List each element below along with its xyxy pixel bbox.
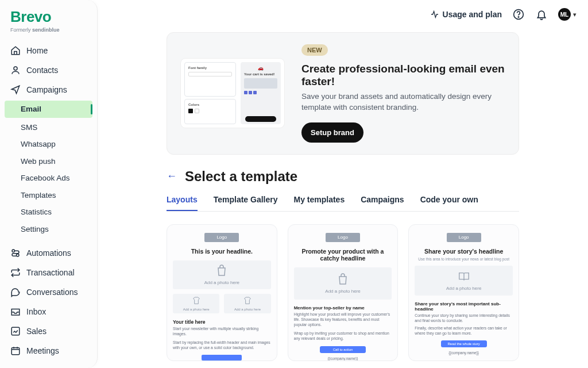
template-tabs: Layouts Template Gallery My templates Ca… xyxy=(167,195,519,212)
inbox-icon xyxy=(10,306,21,317)
sidebar-item-label: Conversations xyxy=(26,288,78,297)
page-title: Select a template xyxy=(185,168,297,185)
tab-my-templates[interactable]: My templates xyxy=(293,195,345,211)
sidebar-item-automations[interactable]: Automations xyxy=(0,243,97,263)
meetings-icon xyxy=(10,346,21,356)
main: Usage and plan ML ▾ Font family Colors 🚗… xyxy=(98,0,588,368)
back-button[interactable]: ← xyxy=(167,170,177,182)
template-card[interactable]: Logo This is your headline. Add a photo … xyxy=(167,224,277,361)
brand: Brevo Formerly sendinblue xyxy=(0,8,97,35)
sidebar-sub-templates[interactable]: Templates xyxy=(0,187,97,204)
sidebar-item-inbox[interactable]: Inbox xyxy=(0,302,97,321)
brand-name: Brevo xyxy=(10,8,87,26)
topbar: Usage and plan ML ▾ xyxy=(419,0,588,29)
sidebar-item-transactional[interactable]: Transactional xyxy=(0,263,97,282)
bag-icon xyxy=(214,264,229,278)
sidebar-sub-sms[interactable]: SMS xyxy=(0,119,97,136)
banner-title: Create professional-looking email even f… xyxy=(301,63,505,88)
chevron-down-icon: ▾ xyxy=(573,11,577,18)
logo-placeholder: Logo xyxy=(204,233,239,242)
content: Font family Colors 🚗 Your cart is saved!… xyxy=(98,29,588,368)
sidebar-item-label: Meetings xyxy=(26,346,59,355)
new-badge: NEW xyxy=(301,44,328,56)
avatar: ML xyxy=(558,8,571,21)
brand-setup-banner: Font family Colors 🚗 Your cart is saved!… xyxy=(167,32,519,155)
tab-code-your-own[interactable]: Code your own xyxy=(420,195,478,211)
transactional-icon xyxy=(10,267,21,278)
svg-point-2 xyxy=(17,254,20,257)
sidebar-item-label: Campaigns xyxy=(26,85,67,94)
sidebar-item-label: Home xyxy=(26,46,48,55)
sidebar-item-home[interactable]: Home xyxy=(0,41,97,60)
cta-button: Read the whole story xyxy=(441,340,487,347)
template-sell-product: Logo Promote your product with a catchy … xyxy=(288,224,399,368)
tab-campaigns[interactable]: Campaigns xyxy=(361,195,404,211)
sidebar-item-sales[interactable]: Sales xyxy=(0,321,97,341)
sidebar-sub-whatsapp[interactable]: Whatsapp xyxy=(0,136,97,153)
contacts-icon xyxy=(10,65,21,75)
logo-placeholder: Logo xyxy=(326,233,360,242)
notifications-icon[interactable] xyxy=(535,8,548,21)
sidebar: Brevo Formerly sendinblue Home Contacts … xyxy=(0,0,98,368)
banner-desc: Save your brand assets and automatically… xyxy=(301,91,505,113)
nav-primary: Home Contacts Campaigns Email SMS Whatsa… xyxy=(0,41,97,361)
help-icon[interactable] xyxy=(512,8,525,21)
template-card[interactable]: Logo Promote your product with a catchy … xyxy=(288,224,399,361)
automations-icon xyxy=(10,248,21,258)
usage-plan-link[interactable]: Usage and plan xyxy=(430,10,502,19)
sidebar-sub-statistics[interactable]: Statistics xyxy=(0,204,97,221)
logo-placeholder: Logo xyxy=(447,233,481,242)
sales-icon xyxy=(10,326,21,336)
template-tell-story: Logo Share your story's headline Use thi… xyxy=(408,224,519,368)
activity-icon xyxy=(430,10,439,19)
tab-template-gallery[interactable]: Template Gallery xyxy=(214,195,278,211)
sidebar-sub-facebookads[interactable]: Facebook Ads xyxy=(0,170,97,187)
template-headline: Promote your product with a catchy headl… xyxy=(294,248,392,262)
banner-preview: Font family Colors 🚗 Your cart is saved! xyxy=(181,59,284,128)
send-icon xyxy=(10,85,21,95)
conversations-icon xyxy=(10,287,21,297)
sidebar-item-label: Contacts xyxy=(26,66,58,75)
brand-tagline: Formerly sendinblue xyxy=(10,27,87,33)
bag-icon xyxy=(335,273,350,286)
sidebar-item-label: Transactional xyxy=(26,268,75,277)
sidebar-item-label: Sales xyxy=(26,327,47,336)
sidebar-sub-settings[interactable]: Settings xyxy=(0,221,97,238)
template-headline: Share your story's headline xyxy=(415,248,513,255)
template-default: Logo This is your headline. Add a photo … xyxy=(167,224,277,368)
page-head: ← Select a template xyxy=(167,168,519,185)
svg-rect-3 xyxy=(11,327,20,335)
svg-point-6 xyxy=(518,17,519,17)
account-menu[interactable]: ML ▾ xyxy=(558,8,577,21)
shirt-icon xyxy=(242,296,253,305)
template-grid: Logo This is your headline. Add a photo … xyxy=(167,224,519,368)
tab-layouts[interactable]: Layouts xyxy=(167,195,198,211)
svg-point-0 xyxy=(14,67,17,70)
home-icon xyxy=(10,45,21,56)
sidebar-sub-email[interactable]: Email xyxy=(5,101,92,118)
template-headline: This is your headline. xyxy=(173,248,271,255)
cta-button: Call to action xyxy=(320,346,366,353)
sidebar-item-conversations[interactable]: Conversations xyxy=(0,282,97,302)
svg-point-1 xyxy=(12,250,15,252)
sidebar-item-contacts[interactable]: Contacts xyxy=(0,60,97,80)
sidebar-item-meetings[interactable]: Meetings xyxy=(0,341,97,361)
template-card[interactable]: Logo Share your story's headline Use thi… xyxy=(408,224,519,361)
sidebar-item-label: Inbox xyxy=(26,307,46,316)
shirt-icon xyxy=(191,296,202,305)
sidebar-item-campaigns[interactable]: Campaigns xyxy=(0,80,97,99)
book-icon xyxy=(457,270,471,283)
setup-brand-button[interactable]: Setup brand xyxy=(301,122,363,143)
svg-rect-4 xyxy=(11,348,20,355)
sidebar-sub-webpush[interactable]: Web push xyxy=(0,153,97,170)
sidebar-item-label: Automations xyxy=(26,248,71,258)
